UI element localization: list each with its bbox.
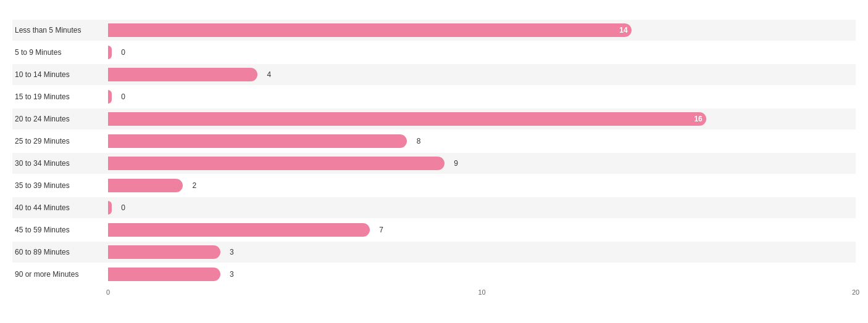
- chart-container: Less than 5 Minutes145 to 9 Minutes010 t…: [0, 6, 868, 317]
- bar-track: 8: [108, 134, 856, 148]
- bar-track: 0: [108, 90, 856, 104]
- bar-value-inside: 14: [619, 26, 627, 35]
- bar-value: 0: [121, 48, 125, 57]
- bar-track: 2: [108, 179, 856, 192]
- bar-label: 25 to 29 Minutes: [12, 137, 108, 145]
- bar-label: 30 to 34 Minutes: [12, 159, 108, 168]
- bar-row: 30 to 34 Minutes9: [12, 153, 856, 174]
- bar-row: 35 to 39 Minutes2: [12, 175, 856, 196]
- bar-value: 3: [230, 248, 234, 256]
- bar-row: 20 to 24 Minutes16: [12, 108, 856, 129]
- bar-value: 8: [417, 137, 421, 145]
- bar-label: 60 to 89 Minutes: [12, 248, 108, 256]
- bar-row: 45 to 59 Minutes7: [12, 219, 856, 240]
- bar-fill: 0: [108, 90, 112, 104]
- bar-row: 90 or more Minutes3: [12, 264, 856, 285]
- bar-value: 3: [230, 270, 234, 279]
- bar-value: 2: [192, 181, 196, 190]
- x-axis-tick: 0: [106, 288, 110, 296]
- bar-fill: 0: [108, 46, 112, 59]
- bar-label: 5 to 9 Minutes: [12, 48, 108, 57]
- bar-track: 16: [108, 112, 856, 126]
- bar-fill: 14: [108, 23, 632, 37]
- bar-fill: 0: [108, 201, 112, 215]
- bar-track: 3: [108, 268, 856, 281]
- bar-fill: 16: [108, 112, 706, 126]
- bar-track: 0: [108, 46, 856, 59]
- bar-label: 15 to 19 Minutes: [12, 92, 108, 101]
- bar-value: 0: [121, 92, 125, 101]
- bar-label: 10 to 14 Minutes: [12, 70, 108, 79]
- bar-track: 9: [108, 157, 856, 170]
- bar-fill: 8: [108, 134, 407, 148]
- bar-row: 60 to 89 Minutes3: [12, 242, 856, 263]
- bar-fill: 7: [108, 223, 370, 237]
- bar-fill: 2: [108, 179, 183, 192]
- bar-value-inside: 16: [694, 115, 702, 123]
- bar-label: 20 to 24 Minutes: [12, 115, 108, 123]
- bar-track: 4: [108, 68, 856, 81]
- bar-row: 15 to 19 Minutes0: [12, 86, 856, 107]
- bar-value: 9: [454, 159, 458, 168]
- bars-area: Less than 5 Minutes145 to 9 Minutes010 t…: [12, 20, 856, 285]
- bar-track: 7: [108, 223, 856, 237]
- bar-label: 90 or more Minutes: [12, 270, 108, 279]
- bar-row: 10 to 14 Minutes4: [12, 64, 856, 85]
- bar-value: 7: [379, 226, 383, 234]
- bar-label: 35 to 39 Minutes: [12, 181, 108, 190]
- bar-row: 40 to 44 Minutes0: [12, 197, 856, 218]
- bar-row: Less than 5 Minutes14: [12, 20, 856, 41]
- x-axis: 01020: [108, 286, 856, 298]
- x-axis-tick: 10: [478, 288, 485, 296]
- bar-track: 3: [108, 245, 856, 259]
- bar-track: 0: [108, 201, 856, 215]
- bar-row: 5 to 9 Minutes0: [12, 42, 856, 63]
- bar-label: 45 to 59 Minutes: [12, 226, 108, 234]
- bar-fill: 4: [108, 68, 257, 81]
- bar-track: 14: [108, 23, 856, 37]
- bar-value: 0: [121, 203, 125, 212]
- bar-fill: 3: [108, 268, 220, 281]
- bar-label: 40 to 44 Minutes: [12, 203, 108, 212]
- x-axis-tick: 20: [852, 288, 859, 296]
- bar-value: 4: [267, 70, 272, 79]
- bar-row: 25 to 29 Minutes8: [12, 131, 856, 152]
- bar-label: Less than 5 Minutes: [12, 26, 108, 35]
- bar-fill: 9: [108, 157, 444, 170]
- bar-fill: 3: [108, 245, 220, 259]
